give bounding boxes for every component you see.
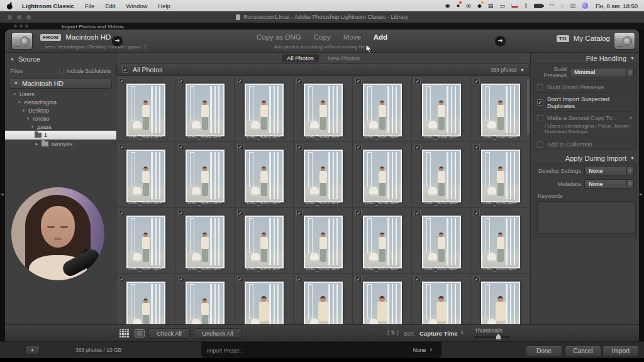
photo-checkbox[interactable]: ✓	[414, 210, 421, 216]
file-handling-header[interactable]: File Handling ▼	[531, 53, 639, 63]
folder-tree-item-даша[interactable]: ▼даша	[5, 123, 116, 131]
menu-edit[interactable]: Edit	[105, 3, 115, 9]
photo-checkbox[interactable]: ✓	[119, 78, 125, 84]
photo-cell[interactable]: ✓DSC_9104.NEF	[116, 274, 175, 324]
include-subfolders-checkbox[interactable]	[59, 69, 64, 74]
photo-cell[interactable]: ✓DSC_9106.NEF	[235, 274, 294, 324]
done-button[interactable]: Done	[526, 346, 562, 357]
apply-during-import-header[interactable]: Apply During Import ▼	[531, 153, 639, 163]
photo-cell[interactable]: ✓DSC_9098.NEF	[175, 208, 235, 274]
photo-checkbox[interactable]: ✓	[296, 144, 303, 150]
sort-direction-icon[interactable]: ▼	[520, 68, 525, 72]
photo-checkbox[interactable]: ✓	[119, 144, 125, 150]
eject-button[interactable]: ▲	[25, 345, 40, 354]
option-build-smart-previews[interactable]: Build Smart Previews	[533, 80, 636, 92]
photo-cell[interactable]: ✓DSC_9090.NEF	[116, 142, 175, 208]
photo-checkbox[interactable]: ✓	[474, 210, 480, 216]
photo-cell[interactable]: ✓DSC_9094.NEF	[353, 142, 412, 208]
menu-file[interactable]: File	[85, 3, 94, 9]
photo-checkbox[interactable]: ✓	[178, 276, 184, 282]
catalog-name[interactable]: My Catalog	[574, 35, 610, 42]
menubar-clock[interactable]: Пн, 8 авг. 18:50	[596, 3, 638, 9]
folder-tree-item-desktop[interactable]: ▼Desktop	[5, 106, 116, 114]
notification-icon[interactable]: ◆	[477, 3, 482, 9]
photo-checkbox[interactable]: ✓	[296, 78, 303, 84]
photo-cell[interactable]: ✓DSC_9091.NEF	[175, 142, 235, 208]
photo-cell[interactable]: ✓DSC_9105.NEF	[175, 274, 235, 324]
photo-cell[interactable]: ✓DSC_9108.NEF	[353, 274, 412, 324]
menu-window[interactable]: Window	[126, 3, 148, 9]
photo-checkbox[interactable]: ✓	[178, 210, 184, 216]
record-icon[interactable]: ◉	[445, 3, 450, 9]
include-subfolders-option[interactable]: Include Subfolders	[59, 68, 111, 74]
sort-value-select[interactable]: Capture Time	[419, 330, 458, 337]
slider-knob[interactable]	[496, 334, 501, 339]
photo-checkbox[interactable]: ✓	[237, 78, 243, 84]
chevron-down-icon[interactable]: ▼	[629, 116, 633, 120]
menu-lightroom-classic[interactable]: Lightroom Classic	[22, 3, 74, 9]
siri-icon[interactable]	[582, 3, 588, 9]
photo-checkbox[interactable]: ✓	[355, 276, 362, 282]
option-checkbox[interactable]	[537, 84, 543, 90]
option-make-a-second-copy-to[interactable]: Make a Second Copy To :▼	[533, 111, 636, 123]
photo-cell[interactable]: ✓DSC_9093.NEF	[294, 142, 353, 208]
stepper-icon[interactable]: ⇕	[460, 331, 464, 336]
photo-cell[interactable]: ✓DSC_9087.NEF	[353, 76, 412, 142]
target-icon[interactable]: ◎	[466, 3, 471, 9]
import-method-add[interactable]: Add	[374, 33, 387, 41]
menu-help[interactable]: Help	[158, 3, 170, 9]
photo-cell[interactable]: ✓DSC_9109.NEF	[412, 274, 471, 324]
photo-cell[interactable]: ✓DSC_9086.NEF	[294, 76, 353, 142]
chevron-down-icon[interactable]: ▼	[13, 92, 17, 96]
chevron-down-icon[interactable]: ▼	[21, 109, 26, 112]
photo-cell[interactable]: ✓DSC_9096.NEF	[471, 142, 530, 208]
photo-cell[interactable]: ✓DSC_9099.NEF	[235, 208, 294, 274]
photo-checkbox[interactable]: ✓	[296, 210, 303, 216]
collapse-left-panel-icon[interactable]: ◀	[1, 192, 4, 196]
photo-checkbox[interactable]: ✓	[296, 276, 303, 282]
photo-checkbox[interactable]: ✓	[414, 78, 421, 84]
collapse-right-panel-icon[interactable]: ▶	[640, 192, 643, 196]
stack-icon[interactable]: ▤	[488, 3, 494, 9]
folder-tree-item-хеллуин[interactable]: ▶хеллуин	[5, 140, 116, 148]
wifi-icon[interactable]: ◠	[549, 3, 554, 9]
import-method-move[interactable]: Move	[343, 33, 361, 41]
control-center-icon[interactable]: ◫	[570, 3, 576, 9]
loupe-view-icon[interactable]	[135, 329, 145, 337]
photo-cell[interactable]: ✓DSC_9097.NEF	[116, 208, 175, 274]
photo-cell[interactable]: ✓DSC_9107.NEF	[294, 274, 353, 324]
folder-tree-item-1[interactable]: 1	[5, 131, 116, 140]
photo-checkbox[interactable]: ✓	[237, 144, 243, 150]
import-method-copy[interactable]: Copy	[314, 33, 331, 41]
photo-checkbox[interactable]: ✓	[355, 144, 362, 150]
search-icon[interactable]: ◌	[560, 3, 564, 9]
photo-cell[interactable]: ✓DSC_9110.NEF	[471, 274, 530, 324]
battery-icon[interactable]	[534, 4, 543, 8]
option-don-t-import-suspected-duplicates[interactable]: ✓Don't Import Suspected Duplicates	[533, 92, 636, 111]
import-preset-select[interactable]: None ⇕	[413, 347, 433, 353]
photo-checkbox[interactable]: ✓	[119, 276, 125, 282]
photo-cell[interactable]: ✓DSC_9103.NEF	[471, 208, 530, 274]
photo-checkbox[interactable]: ✓	[355, 210, 362, 216]
source-panel-header[interactable]: ▼ Source	[5, 53, 116, 65]
dialog-close-button[interactable]	[14, 25, 17, 28]
check-all-button[interactable]: Check All	[148, 328, 190, 339]
dialog-zoom-button[interactable]	[25, 25, 28, 28]
photo-cell[interactable]: ✓DSC_9088.NEF	[412, 76, 471, 142]
chevron-down-icon[interactable]: ▼	[30, 125, 35, 129]
apple-icon[interactable]	[6, 2, 13, 10]
photo-cell[interactable]: ✓DSC_9089.NEF	[471, 76, 530, 142]
photo-checkbox[interactable]: ✓	[414, 144, 421, 150]
folder-tree-item-готово[interactable]: ▼готово	[5, 114, 116, 123]
option-checkbox[interactable]	[537, 115, 543, 121]
metadata-select[interactable]: None ⇕	[584, 179, 634, 189]
photo-cell[interactable]: ✓DSC_9084.NEF	[175, 76, 235, 142]
dialog-minimize-button[interactable]	[19, 25, 23, 28]
build-previews-select[interactable]: Minimal ⇕	[570, 68, 634, 77]
develop-settings-select[interactable]: None ⇕	[584, 166, 634, 175]
photo-cell[interactable]: ✓DSC_9101.NEF	[353, 208, 412, 274]
photo-checkbox[interactable]: ✓	[474, 144, 480, 150]
uncheck-all-button[interactable]: Uncheck All	[194, 328, 242, 339]
keywords-input[interactable]	[537, 201, 636, 234]
photo-cell[interactable]: ✓DSC_9095.NEF	[412, 142, 471, 208]
